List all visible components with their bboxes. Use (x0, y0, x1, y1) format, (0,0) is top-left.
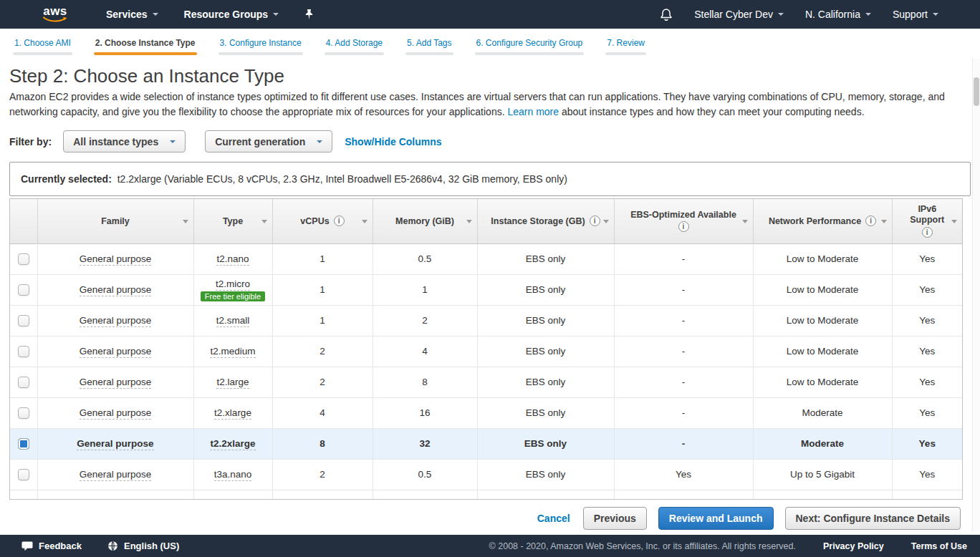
wizard-step-label: 2. Choose Instance Type (94, 38, 197, 48)
wizard-step-6[interactable]: 6. Configure Security Group (475, 38, 585, 55)
show-hide-columns-link[interactable]: Show/Hide Columns (345, 136, 441, 147)
row-checkbox[interactable] (18, 284, 29, 296)
wizard-step-label: 7. Review (605, 38, 646, 48)
cancel-button[interactable]: Cancel (537, 513, 570, 524)
currently-selected-value: t2.2xlarge (Variable ECUs, 8 vCPUs, 2.3 … (117, 173, 567, 185)
type-value: t2.medium (210, 346, 255, 358)
wizard-step-3[interactable]: 3. Configure Instance (218, 38, 303, 55)
column-header-ipv6[interactable]: IPv6 Supporti (892, 199, 962, 243)
vcpus-value: 1 (320, 315, 325, 326)
instance-row-t3a.nano[interactable]: General purposet3a.nano20.5EBS onlyYesUp… (10, 459, 962, 490)
row-checkbox[interactable] (18, 346, 29, 357)
info-icon[interactable]: i (590, 215, 600, 226)
instance-type-table: FamilyTypevCPUsiMemory (GiB)Instance Sto… (9, 198, 963, 500)
review-and-launch-button[interactable]: Review and Launch (658, 507, 774, 530)
sort-caret-icon (362, 220, 368, 223)
terms-of-use-link[interactable]: Terms of Use (911, 541, 967, 551)
next-configure-instance-button[interactable]: Next: Configure Instance Details (785, 507, 961, 530)
network-value: Moderate (802, 407, 842, 418)
storage-value: EBS only (526, 346, 566, 357)
sort-caret-icon (742, 220, 748, 223)
page-description: Amazon EC2 provides a wide selection of … (9, 89, 962, 120)
nav-resource-groups[interactable]: Resource Groups (184, 9, 279, 20)
family-value: General purpose (80, 346, 152, 358)
nav-services[interactable]: Services (106, 9, 158, 20)
wizard-step-label: 6. Configure Security Group (475, 38, 585, 48)
column-header-type[interactable]: Type (193, 199, 272, 243)
row-checkbox[interactable] (18, 315, 29, 326)
row-checkbox[interactable] (18, 469, 29, 480)
memory-value: 32 (419, 438, 430, 449)
currently-selected-label: Currently selected: (21, 173, 112, 185)
instance-row-t2.micro[interactable]: General purposet2.microFree tier eligibl… (10, 274, 962, 305)
column-header-memory[interactable]: Memory (GiB) (373, 199, 477, 243)
column-header-ebs[interactable]: EBS-Optimized Availablei (614, 199, 753, 243)
wizard-step-underline (475, 52, 585, 55)
instance-row-t2.medium[interactable]: General purposet2.medium24EBS only-Low t… (10, 336, 962, 367)
instance-row-t2.large[interactable]: General purposet2.large28EBS only-Low to… (10, 367, 962, 397)
column-header-vcpus[interactable]: vCPUsi (272, 199, 373, 243)
type-value: t2.large (216, 377, 249, 389)
row-checkbox-checked[interactable] (18, 438, 29, 450)
wizard-step-5[interactable]: 5. Add Tags (405, 38, 453, 55)
instance-row-t2.xlarge[interactable]: General purposet2.xlarge416EBS only-Mode… (10, 397, 962, 428)
learn-more-link[interactable]: Learn more (507, 106, 559, 117)
feedback-button[interactable]: Feedback (21, 541, 82, 551)
previous-button[interactable]: Previous (583, 507, 647, 530)
wizard-step-7[interactable]: 7. Review (605, 38, 646, 55)
aws-logo[interactable]: aws (43, 6, 67, 23)
row-checkbox[interactable] (18, 407, 29, 419)
chevron-down-icon (933, 13, 938, 16)
page-scrollbar[interactable] (972, 59, 980, 531)
memory-value: 0.5 (418, 253, 432, 264)
ipv6-value: Yes (919, 438, 936, 449)
column-header-label: Memory (GiB) (395, 216, 454, 226)
info-icon[interactable]: i (865, 215, 876, 226)
pin-icon[interactable] (304, 9, 314, 20)
row-checkbox[interactable] (18, 377, 29, 388)
nav-account-menu[interactable]: Stellar Cyber Dev (694, 9, 784, 20)
wizard-step-2[interactable]: 2. Choose Instance Type (94, 38, 197, 55)
wizard-step-4[interactable]: 4. Add Storage (325, 38, 384, 55)
nav-support-menu[interactable]: Support (893, 9, 938, 20)
instance-row-t2.nano[interactable]: General purposet2.nano10.5EBS only-Low t… (10, 243, 962, 274)
network-value: Up to 5 Gigabit (790, 469, 855, 480)
currently-selected-box: Currently selected: t2.2xlarge (Variable… (9, 162, 971, 196)
column-header-family[interactable]: Family (37, 199, 193, 243)
column-header-network[interactable]: Network Performancei (753, 199, 892, 243)
instance-types-dropdown[interactable]: All instance types (63, 130, 186, 152)
instance-row-t2.small[interactable]: General purposet2.small12EBS only-Low to… (10, 305, 962, 336)
scrollbar-thumb[interactable] (974, 77, 979, 106)
vcpus-value: 1 (320, 253, 325, 264)
generation-dropdown[interactable]: Current generation (205, 130, 332, 152)
feedback-bubble-icon (21, 541, 33, 551)
wizard-step-label: 3. Configure Instance (218, 38, 303, 48)
storage-value: EBS only (526, 315, 566, 326)
wizard-step-1[interactable]: 1. Choose AMI (13, 38, 72, 55)
storage-value: EBS only (526, 469, 566, 480)
wizard-step-underline (405, 52, 453, 55)
table-body: General purposet2.nano10.5EBS only-Low t… (10, 243, 962, 500)
wizard-actions: Cancel Previous Review and Launch Next: … (9, 507, 961, 530)
info-icon[interactable]: i (334, 215, 345, 226)
privacy-policy-link[interactable]: Privacy Policy (823, 541, 884, 551)
clipped-row (10, 490, 962, 500)
info-icon[interactable]: i (922, 227, 933, 238)
family-value: General purpose (80, 315, 152, 327)
sort-caret-icon (951, 220, 957, 223)
notifications-bell-icon[interactable] (660, 8, 673, 21)
vcpus-value: 8 (320, 438, 325, 449)
sort-caret-icon (603, 220, 609, 223)
wizard-step-underline (325, 52, 384, 55)
language-button[interactable]: English (US) (107, 541, 179, 551)
column-header-storage[interactable]: Instance Storage (GB)i (477, 199, 614, 243)
instance-row-t2.2xlarge[interactable]: General purposet2.2xlarge832EBS only-Mod… (10, 428, 962, 459)
nav-region-menu[interactable]: N. California (805, 9, 871, 20)
network-value: Low to Moderate (787, 315, 859, 326)
storage-value: EBS only (526, 407, 566, 418)
row-checkbox[interactable] (18, 253, 29, 265)
globe-icon (107, 541, 118, 551)
free-tier-badge: Free tier eligible (201, 291, 265, 301)
info-icon[interactable]: i (678, 221, 689, 232)
ebs-value: - (682, 407, 686, 418)
